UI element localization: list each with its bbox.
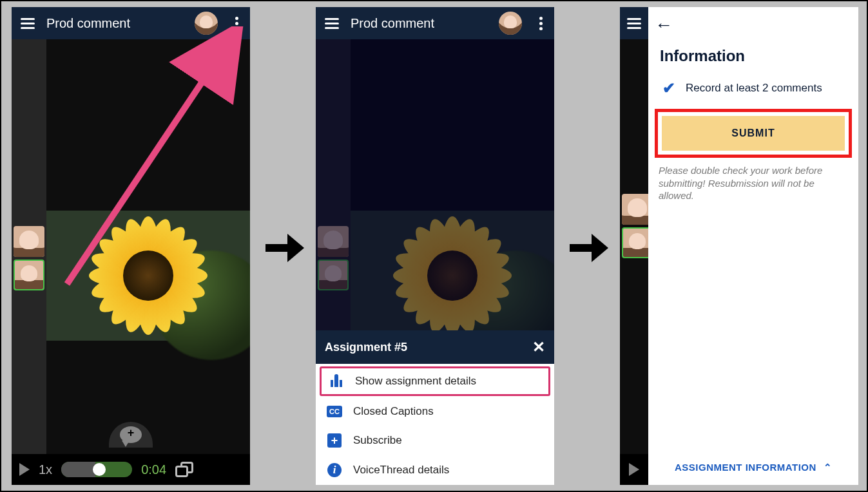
- row-label: Show assignment details: [355, 375, 476, 388]
- svg-rect-2: [340, 380, 342, 387]
- submit-hint: Please double check your work before sub…: [648, 158, 858, 209]
- information-panel: ← Information ✔ Record at least 2 commen…: [648, 7, 858, 485]
- row-label: VoiceThread details: [353, 464, 449, 477]
- step-arrow-icon: [264, 230, 305, 266]
- commenter-avatar[interactable]: [318, 226, 349, 257]
- play-icon[interactable]: [19, 463, 30, 476]
- svg-point-4: [334, 374, 338, 378]
- requirement-text: Record at least 2 comments: [686, 82, 822, 95]
- slide-image[interactable]: [351, 211, 554, 341]
- commenter-avatar[interactable]: [14, 226, 44, 257]
- page-title: Prod comment: [351, 16, 490, 31]
- submit-button[interactable]: SUBMIT: [662, 116, 845, 151]
- close-icon[interactable]: ✕: [532, 338, 545, 356]
- step-arrow-icon: [568, 230, 610, 266]
- menu-icon[interactable]: [18, 18, 37, 29]
- closed-captions[interactable]: CC Closed Captions: [316, 397, 554, 426]
- progress-slider[interactable]: [61, 462, 132, 477]
- playback-speed[interactable]: 1x: [39, 462, 52, 477]
- back-icon[interactable]: ←: [648, 7, 858, 35]
- phone-step-1: Prod comment + 1x 0:04: [12, 7, 250, 485]
- info-icon: i: [327, 463, 342, 477]
- content-area: Assignment #5 ✕ Show assignment details …: [316, 39, 554, 485]
- avatar[interactable]: [195, 12, 218, 35]
- show-assignment-details[interactable]: Show assignment details: [320, 366, 550, 396]
- commenter-avatar-active[interactable]: [318, 260, 349, 290]
- row-label: Subscribe: [353, 434, 402, 447]
- page-title: Prod comment: [46, 16, 186, 31]
- left-strip: [620, 7, 648, 485]
- options-sheet: Assignment #5 ✕ Show assignment details …: [316, 330, 554, 485]
- more-options-icon[interactable]: [531, 17, 550, 30]
- menu-icon[interactable]: [624, 18, 644, 29]
- slide-image[interactable]: [46, 211, 250, 341]
- row-label: Closed Captions: [353, 405, 434, 418]
- requirement-row: ✔ Record at least 2 comments: [648, 77, 858, 109]
- menu-icon[interactable]: [322, 18, 342, 29]
- subscribe-icon: +: [327, 433, 342, 448]
- elapsed-time: 0:04: [141, 462, 166, 477]
- player-bar: 1x 0:04: [12, 454, 250, 485]
- assignment-information-toggle[interactable]: ASSIGNMENT INFORMATION ⌃: [648, 450, 858, 485]
- sheet-title: Assignment #5: [325, 341, 407, 354]
- slides-icon[interactable]: [175, 462, 193, 477]
- play-icon[interactable]: [629, 463, 639, 476]
- sheet-header: Assignment #5 ✕: [316, 330, 554, 364]
- app-header: Prod comment: [12, 7, 250, 39]
- svg-rect-1: [331, 380, 333, 387]
- footer-label: ASSIGNMENT INFORMATION: [675, 462, 816, 473]
- comment-rail: [12, 39, 46, 485]
- more-options-icon[interactable]: [227, 17, 246, 30]
- svg-rect-3: [334, 377, 338, 387]
- tutorial-stage: Prod comment + 1x 0:04: [0, 0, 868, 492]
- building-icon: [329, 374, 344, 388]
- chevron-up-icon: ⌃: [824, 462, 833, 473]
- commenter-avatar-active[interactable]: [14, 260, 44, 290]
- subscribe[interactable]: + Subscribe: [316, 426, 554, 455]
- check-icon: ✔: [662, 79, 675, 97]
- avatar[interactable]: [499, 12, 522, 35]
- app-header: Prod comment: [316, 7, 554, 39]
- voicethread-details[interactable]: i VoiceThread details: [316, 455, 554, 485]
- player-bar-mini: [620, 454, 648, 485]
- cc-icon: CC: [327, 406, 342, 417]
- content-area: + 1x 0:04: [12, 39, 250, 485]
- phone-step-2: Prod comment Assignment #5 ✕: [316, 7, 554, 485]
- add-comment-button[interactable]: +: [109, 422, 153, 448]
- phone-step-3: ← Information ✔ Record at least 2 commen…: [620, 7, 858, 485]
- submit-highlight: SUBMIT: [655, 109, 852, 158]
- panel-title: Information: [648, 35, 858, 77]
